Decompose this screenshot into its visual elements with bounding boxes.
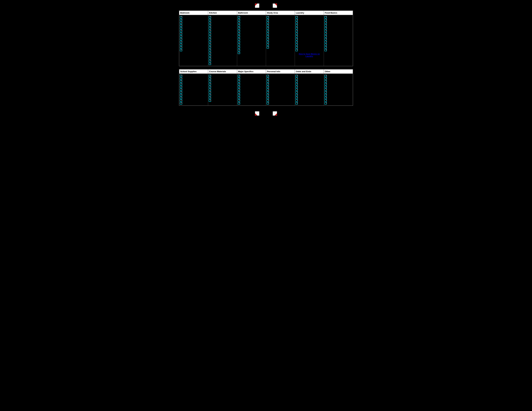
list-item[interactable] — [295, 77, 323, 80]
list-item[interactable] — [209, 99, 236, 102]
checkbox[interactable] — [324, 77, 327, 80]
list-item[interactable] — [180, 102, 207, 104]
checkbox[interactable] — [238, 77, 240, 80]
checkbox[interactable] — [209, 33, 211, 35]
checkbox[interactable] — [238, 94, 240, 96]
list-item[interactable] — [324, 88, 352, 91]
checkbox[interactable] — [209, 49, 211, 51]
checkbox[interactable] — [180, 86, 182, 88]
checkbox[interactable] — [180, 41, 182, 43]
list-item[interactable] — [295, 24, 323, 27]
list-item[interactable] — [267, 99, 294, 102]
list-item[interactable] — [180, 33, 207, 35]
checkbox[interactable] — [180, 83, 182, 85]
list-item[interactable] — [324, 19, 352, 21]
list-item[interactable] — [267, 94, 294, 96]
list-item[interactable] — [238, 49, 265, 51]
checkbox[interactable] — [324, 24, 327, 27]
list-item[interactable] — [324, 91, 352, 93]
checkbox[interactable] — [324, 33, 327, 35]
list-item[interactable] — [209, 94, 236, 96]
checkbox[interactable] — [295, 24, 298, 27]
checkbox[interactable] — [209, 52, 211, 54]
list-item[interactable] — [238, 75, 265, 77]
list-item[interactable] — [209, 49, 236, 51]
list-item[interactable] — [324, 24, 352, 27]
checkbox[interactable] — [180, 30, 182, 32]
checkbox[interactable] — [324, 46, 327, 48]
list-item[interactable] — [209, 44, 236, 46]
checkbox[interactable] — [180, 16, 182, 18]
list-item[interactable] — [180, 41, 207, 43]
list-item[interactable] — [180, 46, 207, 48]
checkbox[interactable] — [209, 16, 211, 18]
checkbox[interactable] — [180, 22, 182, 24]
checkbox[interactable] — [295, 99, 298, 102]
list-item[interactable] — [238, 33, 265, 35]
checkbox[interactable] — [295, 30, 298, 32]
list-item[interactable] — [295, 80, 323, 83]
list-item[interactable] — [209, 41, 236, 43]
checkbox[interactable] — [295, 35, 298, 37]
checkbox[interactable] — [324, 99, 327, 102]
list-item[interactable] — [238, 99, 265, 102]
list-item[interactable] — [295, 75, 323, 77]
checkbox[interactable] — [324, 41, 327, 43]
list-item[interactable] — [324, 27, 352, 29]
checkbox[interactable] — [295, 46, 298, 48]
checkbox[interactable] — [295, 97, 298, 99]
checkbox[interactable] — [238, 91, 240, 93]
list-item[interactable] — [180, 88, 207, 91]
list-item[interactable] — [267, 33, 294, 35]
checkbox[interactable] — [209, 22, 211, 24]
checkbox[interactable] — [209, 99, 211, 102]
checkbox[interactable] — [295, 75, 298, 77]
checkbox[interactable] — [209, 55, 211, 57]
checkbox[interactable] — [238, 27, 240, 29]
list-item[interactable] — [295, 99, 323, 102]
checkbox[interactable] — [295, 91, 298, 93]
list-item[interactable] — [324, 33, 352, 35]
checkbox[interactable] — [267, 88, 269, 91]
list-item[interactable] — [324, 46, 352, 48]
checkbox[interactable] — [180, 24, 182, 27]
list-item[interactable] — [295, 33, 323, 35]
list-item[interactable] — [238, 35, 265, 37]
checkbox[interactable] — [295, 102, 298, 104]
list-item[interactable] — [324, 41, 352, 43]
checkbox[interactable] — [295, 19, 298, 21]
list-item[interactable] — [267, 83, 294, 85]
checkbox[interactable] — [209, 80, 211, 83]
checkbox[interactable] — [267, 102, 269, 104]
checkbox[interactable] — [324, 75, 327, 77]
list-item[interactable] — [180, 16, 207, 18]
list-item[interactable] — [209, 30, 236, 32]
list-item[interactable] — [180, 77, 207, 80]
list-item[interactable] — [209, 75, 236, 77]
checkbox[interactable] — [209, 38, 211, 40]
bottom-right-resize-icon[interactable] — [272, 111, 277, 116]
checkbox[interactable] — [324, 19, 327, 21]
list-item[interactable] — [324, 86, 352, 88]
list-item[interactable] — [238, 27, 265, 29]
checkbox[interactable] — [238, 22, 240, 24]
checkbox[interactable] — [209, 75, 211, 77]
list-item[interactable] — [209, 80, 236, 83]
checkbox[interactable] — [209, 46, 211, 48]
list-item[interactable] — [209, 88, 236, 91]
list-item[interactable] — [209, 77, 236, 80]
list-item[interactable] — [209, 38, 236, 40]
checkbox[interactable] — [238, 44, 240, 46]
list-item[interactable] — [267, 19, 294, 21]
checkbox[interactable] — [267, 16, 269, 18]
checkbox[interactable] — [209, 60, 211, 62]
checkbox[interactable] — [209, 94, 211, 96]
list-item[interactable] — [267, 24, 294, 27]
list-item[interactable] — [267, 41, 294, 43]
list-item[interactable] — [238, 19, 265, 21]
list-item[interactable] — [180, 80, 207, 83]
list-item[interactable] — [295, 86, 323, 88]
list-item[interactable] — [180, 38, 207, 40]
checkbox[interactable] — [180, 99, 182, 102]
list-item[interactable] — [267, 77, 294, 80]
